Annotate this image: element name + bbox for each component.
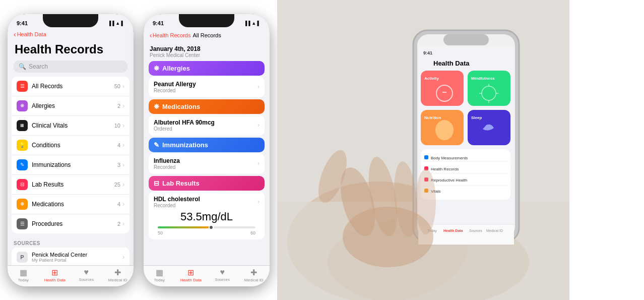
- penick-icon: P: [17, 252, 28, 263]
- cat-lab-header[interactable]: ⊟ Lab Results: [149, 176, 265, 191]
- all-records-icon: ☰: [17, 81, 28, 92]
- lab-results-icon: ⊟: [17, 179, 28, 190]
- albuterol-info: Albuterol HFA 90mcg Ordered: [154, 119, 215, 132]
- list-item-allergies[interactable]: ❋ Allergies 2 ›: [12, 96, 130, 116]
- all-records-count: 50: [114, 83, 120, 89]
- tab-medical-id-1[interactable]: ✚ Medical ID: [102, 268, 134, 282]
- conditions-count: 4: [117, 142, 120, 148]
- search-bar-1[interactable]: 🔍 Search: [14, 61, 127, 73]
- influenza-status: Recorded: [154, 164, 180, 170]
- source-penick[interactable]: P Penick Medical Center My Patient Porta…: [12, 248, 130, 267]
- photo-panel-inner: 9:41 Health Data Activity Mindfulness Nu…: [277, 0, 569, 300]
- tab-bar-1: ▦ Today ⊞ Health Data ♥ Sources ✚ Medica…: [8, 265, 134, 286]
- tab-medical-id-label-1: Medical ID: [108, 278, 127, 282]
- list-item-immunizations[interactable]: ✎ Immunizations 3 ›: [12, 155, 130, 175]
- tab-health-data-1[interactable]: ⊞ Health Data: [39, 268, 71, 282]
- albuterol-name: Albuterol HFA 90mcg: [154, 119, 215, 126]
- hdl-range-min: 50: [158, 230, 163, 235]
- hdl-range-max: 60: [250, 230, 255, 235]
- list-item-all-records[interactable]: ☰ All Records 50 ›: [12, 77, 130, 96]
- tab-medical-id-2[interactable]: ✚ Medical ID: [238, 268, 270, 282]
- medications-cat-label: Medications: [162, 103, 200, 110]
- tab-medical-id-label-2: Medical ID: [244, 278, 264, 282]
- influenza-chevron: ›: [257, 160, 260, 167]
- date-text: January 4th, 2018: [150, 45, 264, 52]
- medications-cat-icon: ❋: [154, 103, 159, 110]
- hdl-value: 53.5mg/dL: [154, 208, 260, 224]
- influenza-name: Influenza: [154, 157, 180, 164]
- allergies-cat-icon: ❋: [154, 65, 159, 72]
- status-icons-1: ▐▐ ▲ ▌: [108, 21, 124, 26]
- conditions-label: Conditions: [32, 142, 117, 149]
- tab-sources-1[interactable]: ♥ Sources: [71, 268, 102, 282]
- status-time-1: 9:41: [17, 20, 28, 26]
- tab-bar-2: ▦ Today ⊞ Health Data ♥ Sources ✚ Medica…: [144, 265, 270, 286]
- scene-svg: 9:41 Health Data Activity Mindfulness Nu…: [277, 0, 569, 300]
- tab-sources-2[interactable]: ♥ Sources: [207, 268, 238, 282]
- health-data-icon-1: ⊞: [51, 268, 58, 277]
- procedures-count: 2: [117, 221, 120, 227]
- lab-results-count: 25: [114, 182, 120, 188]
- svg-rect-30: [424, 155, 428, 159]
- albuterol-item[interactable]: Albuterol HFA 90mcg Ordered ›: [149, 115, 265, 136]
- tab-sources-label-1: Sources: [79, 277, 94, 282]
- tab-health-data-2[interactable]: ⊞ Health Data: [175, 268, 207, 282]
- peanut-allergy-name: Peanut Allergy: [154, 81, 196, 88]
- svg-text:Reproductive Health: Reproductive Health: [431, 178, 467, 183]
- list-item-medications[interactable]: ❋ Medications 4 ›: [12, 195, 130, 214]
- tab-today-1[interactable]: ▦ Today: [8, 268, 39, 282]
- today-icon-2: ▦: [156, 268, 163, 277]
- svg-text:Nutrition: Nutrition: [424, 115, 441, 120]
- influenza-info: Influenza Recorded: [154, 157, 180, 170]
- records-breadcrumb: All Records: [193, 32, 221, 38]
- hospital-text: Penick Medical Center: [150, 52, 264, 58]
- svg-rect-6: [443, 34, 489, 45]
- svg-text:Health Records: Health Records: [431, 167, 459, 171]
- cat-immunizations-header[interactable]: ✎ Immunizations: [149, 138, 265, 152]
- list-item-clinical-vitals[interactable]: ▦ Clinical Vitals 10 ›: [12, 116, 130, 136]
- hdl-range-bar: [158, 226, 255, 228]
- influenza-item[interactable]: Influenza Recorded ›: [149, 153, 265, 174]
- allergies-icon: ❋: [17, 100, 28, 111]
- tab-health-data-label-1: Health Data: [44, 278, 66, 282]
- clinical-vitals-label: Clinical Vitals: [32, 122, 114, 129]
- svg-text:9:41: 9:41: [423, 50, 432, 55]
- conditions-chevron: ›: [122, 142, 124, 149]
- back-link-label-1: Health Data: [17, 31, 46, 37]
- notch-2: [179, 14, 234, 27]
- tab-today-label-2: Today: [154, 278, 165, 282]
- svg-point-48: [343, 207, 433, 267]
- list-item-conditions[interactable]: 💡 Conditions 4 ›: [12, 136, 130, 155]
- svg-text:Mindfulness: Mindfulness: [471, 76, 495, 81]
- records-header-bar: Health Records All Records: [144, 29, 270, 42]
- hdl-range-fill: [158, 226, 212, 228]
- list-item-lab-results[interactable]: ⊟ Lab Results 25 ›: [12, 175, 130, 195]
- records-back-btn[interactable]: Health Records: [150, 31, 191, 39]
- back-link-1[interactable]: Health Data: [8, 29, 134, 40]
- medications-label: Medications: [32, 201, 117, 208]
- hdl-item[interactable]: HDL cholesterol Recorded › 53.5mg/dL 50 …: [149, 192, 265, 239]
- penick-sub: My Patient Portal: [32, 258, 122, 263]
- allergies-label: Allergies: [32, 102, 117, 109]
- immunizations-cat-icon: ✎: [154, 141, 159, 149]
- immunizations-chevron: ›: [122, 161, 124, 168]
- svg-text:Medical ID: Medical ID: [486, 229, 503, 232]
- tab-today-2[interactable]: ▦ Today: [144, 268, 175, 282]
- list-item-procedures[interactable]: ☰ Procedures 2 ›: [12, 214, 130, 233]
- lab-results-chevron: ›: [122, 181, 124, 188]
- peanut-allergy-item[interactable]: Peanut Allergy Recorded ›: [149, 77, 265, 97]
- svg-rect-13: [442, 92, 446, 93]
- penick-chevron: ›: [122, 254, 124, 261]
- cat-allergies-header[interactable]: ❋ Allergies: [149, 61, 265, 76]
- peanut-allergy-chevron: ›: [257, 83, 260, 90]
- notch-1: [43, 14, 98, 27]
- clinical-vitals-icon: ▦: [17, 120, 28, 131]
- albuterol-status: Ordered: [154, 126, 215, 132]
- page-title-1: Health Records: [8, 40, 134, 61]
- phone-1: 9:41 ▐▐ ▲ ▌ Health Data Health Records 🔍…: [8, 14, 134, 286]
- medications-count: 4: [117, 201, 120, 207]
- svg-text:Sleep: Sleep: [471, 115, 482, 120]
- hdl-range-dot: [209, 225, 214, 230]
- all-records-label: All Records: [32, 83, 114, 90]
- cat-medications-header[interactable]: ❋ Medications: [149, 99, 265, 114]
